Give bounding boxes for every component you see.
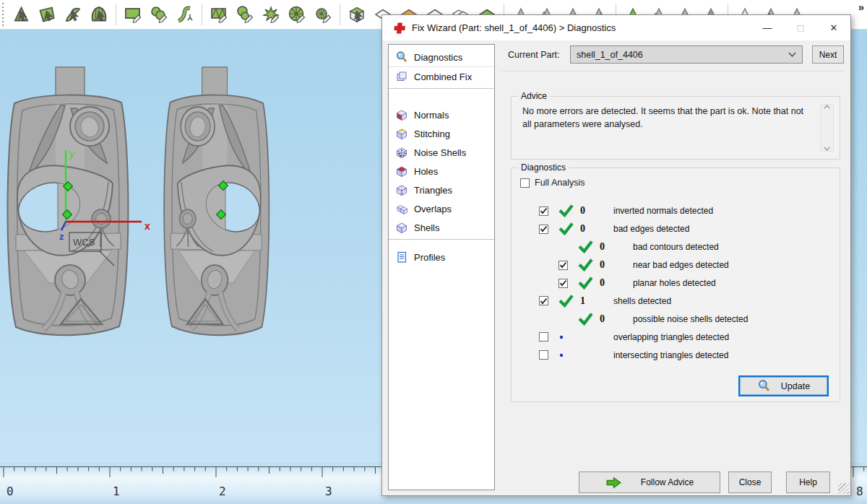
magnifier-icon [757, 379, 771, 393]
sidebar-separator [389, 239, 494, 240]
cube-triangles-icon [395, 183, 408, 196]
next-button[interactable]: Next [812, 45, 844, 64]
magnifier-icon [395, 51, 408, 64]
sidebar-item-triangles[interactable]: Triangles [389, 181, 494, 199]
wizard-sidebar: DiagnosticsCombined FixNormalsStitchingN… [388, 44, 495, 490]
row-count: 0 [600, 313, 633, 325]
sidebar-item-combined-fix[interactable]: Combined Fix [389, 67, 494, 86]
divider [502, 71, 843, 71]
cube-shells-icon [395, 221, 408, 234]
sidebar-item-label: Combined Fix [414, 71, 472, 82]
full-analysis-label: Full Analysis [535, 178, 585, 188]
mark-blob-icon[interactable] [148, 4, 170, 25]
row-checkbox[interactable] [539, 296, 548, 305]
profiles-icon [395, 251, 408, 264]
dialog-title: Fix Wizard (Part: shell_1_of_4406) > Dia… [412, 22, 616, 33]
app-cross-icon [394, 22, 405, 34]
sidebar-item-label: Holes [414, 166, 438, 177]
toolbar-separator [340, 4, 340, 25]
full-analysis-checkbox[interactable] [520, 178, 530, 188]
advice-group-label: Advice [518, 91, 550, 101]
row-label: bad contours detected [633, 242, 719, 252]
select-quad-icon[interactable] [36, 4, 58, 25]
chevron-down-icon [788, 52, 796, 57]
sidebar-item-holes[interactable]: Holes [389, 162, 494, 181]
current-part-value: shell_1_of_4406 [577, 50, 643, 60]
mark-star-icon[interactable] [260, 4, 282, 25]
ruler-label: 1 [113, 485, 120, 498]
mark-fan-icon[interactable] [286, 4, 308, 25]
mark-rect-icon[interactable] [122, 4, 144, 25]
row-label: intersecting triangles detected [613, 350, 728, 360]
sidebar-item-overlaps[interactable]: Overlaps [389, 199, 494, 218]
toolbar-overflow-chevron[interactable]: » [858, 1, 864, 13]
model-part-right[interactable] [164, 67, 269, 335]
row-checkbox[interactable] [558, 279, 568, 288]
follow-advice-button[interactable]: Follow Advice [579, 472, 720, 493]
diagnostic-row: intersecting triangles detected [539, 346, 835, 364]
scroll-up-icon[interactable] [824, 105, 830, 109]
sidebar-item-label: Stitching [414, 129, 450, 139]
toolbar-grip[interactable] [1, 3, 6, 26]
mark-region-icon[interactable] [234, 4, 256, 25]
fix-wizard-dialog: Fix Wizard (Part: shell_1_of_4406) > Dia… [381, 14, 851, 496]
diagnostics-group-label: Diagnostics [518, 162, 569, 173]
current-part-label: Current Part: [508, 50, 560, 60]
row-checkbox[interactable] [539, 207, 548, 216]
current-part-select[interactable]: shell_1_of_4406 [570, 45, 803, 64]
row-label: inverted normals detected [613, 206, 713, 216]
select-shell-icon[interactable] [88, 4, 110, 25]
sidebar-item-label: Triangles [414, 185, 452, 196]
sidebar-item-label: Diagnostics [414, 52, 462, 63]
advice-group: Advice No more errors are detected. It s… [511, 96, 840, 160]
green-check-icon [578, 277, 600, 290]
mark-mesh-icon[interactable] [208, 4, 230, 25]
sidebar-item-stitching[interactable]: Stitching [389, 124, 494, 143]
sidebar-item-shells[interactable]: Shells [389, 218, 494, 237]
blue-dot-icon [558, 334, 580, 340]
sidebar-item-label: Overlaps [414, 204, 452, 214]
scroll-down-icon[interactable] [824, 147, 830, 151]
sidebar-item-label: Noise Shells [414, 147, 466, 158]
select-triangle-icon[interactable] [10, 4, 32, 25]
diagnostic-row: 0near bad edges detected [558, 256, 835, 274]
axis-x-label: x [144, 220, 150, 232]
sidebar-item-noise-shells[interactable]: Noise Shells [389, 143, 494, 162]
row-checkbox[interactable] [539, 350, 548, 360]
green-check-icon [558, 295, 580, 308]
toolbar-separator [202, 4, 202, 25]
select-curve-icon[interactable] [62, 4, 84, 25]
resize-grip[interactable] [838, 483, 849, 494]
dialog-titlebar[interactable]: Fix Wizard (Part: shell_1_of_4406) > Dia… [382, 15, 850, 40]
update-label: Update [781, 381, 810, 391]
cube-select-icon[interactable] [346, 4, 368, 25]
row-count: 0 [580, 205, 613, 217]
combined-fix-icon [395, 70, 408, 83]
close-button[interactable]: ✕ [817, 15, 850, 40]
advice-scrollbar[interactable] [820, 104, 834, 152]
row-checkbox[interactable] [539, 225, 548, 234]
green-check-icon [558, 222, 580, 235]
sidebar-item-diagnostics[interactable]: Diagnostics [389, 48, 494, 67]
mark-fan-small-icon[interactable] [312, 4, 334, 25]
ruler-label: 2 [219, 485, 226, 498]
row-checkbox[interactable] [558, 261, 568, 270]
cube-overlaps-icon [395, 202, 408, 215]
diagnostics-group: Diagnostics Full Analysis 0inverted norm… [511, 168, 840, 402]
sidebar-item-normals[interactable]: Normals [389, 105, 494, 124]
update-button[interactable]: Update [738, 375, 829, 396]
ruler-label: 3 [325, 485, 332, 498]
cube-normals-icon [395, 108, 408, 121]
close-dialog-button[interactable]: Close [728, 472, 772, 493]
model-part-left[interactable] [7, 67, 128, 335]
mark-curve-icon[interactable] [174, 4, 196, 25]
row-count: 0 [600, 277, 633, 289]
minimize-button[interactable]: — [751, 15, 784, 40]
sidebar-separator [389, 88, 494, 89]
help-button[interactable]: Help [786, 472, 830, 493]
green-check-icon [578, 313, 600, 326]
row-checkbox[interactable] [539, 332, 548, 342]
row-label: shells detected [613, 296, 671, 306]
diagnostic-row: 0bad contours detected [558, 238, 835, 256]
sidebar-item-profiles[interactable]: Profiles [389, 248, 494, 266]
